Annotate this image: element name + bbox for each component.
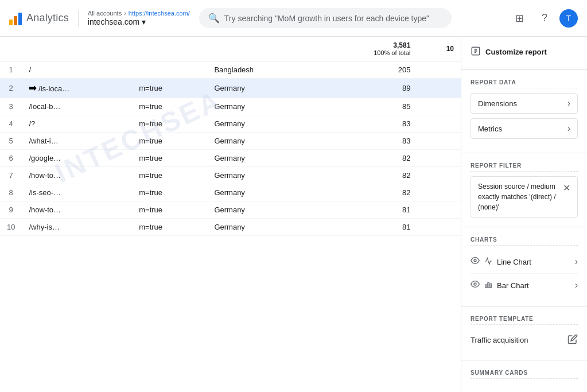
row-page: /local-b… — [22, 98, 132, 115]
row-param: m=true — [132, 115, 207, 133]
row-value: 89 — [315, 79, 417, 98]
breadcrumb-domain: intechsea.com — [88, 17, 139, 26]
line-chart-label: Line Chart — [497, 258, 531, 266]
filter-close-button[interactable]: ✕ — [563, 181, 570, 195]
total-value: 3,581 — [322, 41, 410, 49]
grid-menu-button[interactable]: ⊞ — [509, 8, 530, 29]
row-value: 82 — [315, 184, 417, 201]
row-value: 81 — [315, 219, 417, 236]
row-extra — [417, 150, 461, 167]
row-page: /how-to… — [22, 167, 132, 184]
report-template-section: REPORT TEMPLATE Traffic acquisition — [461, 306, 587, 360]
search-icon: 🔍 — [208, 13, 220, 24]
dimensions-row[interactable]: Dimensions › — [471, 93, 578, 114]
row-country: Bangladesh — [207, 61, 314, 79]
row-country: Germany — [207, 219, 314, 236]
breadcrumb: All accounts › https://intechsea.com/ in… — [88, 10, 190, 26]
col-param-header — [132, 37, 207, 61]
search-bar[interactable]: 🔍 Try searching "MoM growth in users for… — [199, 8, 452, 28]
charts-section: CHARTS Line Chart › — [461, 227, 587, 306]
customize-report-icon — [471, 46, 481, 58]
line-chart-eye-icon[interactable] — [471, 256, 480, 267]
line-chart-left: Line Chart — [471, 256, 531, 267]
dimensions-label: Dimensions — [478, 99, 517, 108]
row-num: 9 — [0, 201, 22, 219]
table-row[interactable]: 4 /? m=true Germany 83 — [0, 115, 461, 133]
row-country: Germany — [207, 115, 314, 133]
bar-chart-row[interactable]: Bar Chart › — [471, 274, 578, 297]
row-value: 83 — [315, 115, 417, 133]
row-extra — [417, 133, 461, 150]
breadcrumb-all-accounts[interactable]: All accounts — [88, 10, 122, 17]
panel-title-section: Customize report — [461, 37, 587, 70]
row-extra — [417, 184, 461, 201]
panel-title-text: Customize report — [485, 48, 547, 56]
avatar[interactable]: T — [559, 9, 578, 28]
line-chart-icon — [484, 257, 492, 267]
row-page: /what-i… — [22, 133, 132, 150]
row-extra — [417, 219, 461, 236]
line-chart-row[interactable]: Line Chart › — [471, 250, 578, 274]
dimensions-chevron: › — [567, 98, 570, 108]
table-row[interactable]: 8 /is-seo-… m=true Germany 82 — [0, 184, 461, 201]
row-country: Germany — [207, 133, 314, 150]
row-param — [132, 61, 207, 79]
main-content: INTECHSEA 3,581 100% of total — [0, 37, 461, 392]
col-extra-value: 10 — [446, 45, 454, 53]
breadcrumb-separator: › — [124, 10, 126, 17]
help-button[interactable]: ? — [534, 8, 555, 29]
table-row[interactable]: 1 / Bangladesh 205 — [0, 61, 461, 79]
row-num: 10 — [0, 219, 22, 236]
main-layout: INTECHSEA 3,581 100% of total — [0, 37, 587, 392]
svg-rect-3 — [485, 285, 487, 288]
table-row[interactable]: 2 ➡ /is-loca… m=true Germany 89 — [0, 79, 461, 98]
row-num: 7 — [0, 167, 22, 184]
table-row[interactable]: 10 /why-is… m=true Germany 81 — [0, 219, 461, 236]
row-num: 2 — [0, 79, 22, 98]
row-extra — [417, 167, 461, 184]
table-row[interactable]: 5 /what-i… m=true Germany 83 — [0, 133, 461, 150]
metrics-row[interactable]: Metrics › — [471, 118, 578, 139]
logo-area: Analytics — [9, 11, 69, 25]
row-country: Germany — [207, 98, 314, 115]
template-row: Traffic acquisition — [471, 329, 578, 351]
row-param: m=true — [132, 98, 207, 115]
table-row[interactable]: 7 /how-to… m=true Germany 82 — [0, 167, 461, 184]
row-value: 85 — [315, 98, 417, 115]
row-page: /how-to… — [22, 201, 132, 219]
breadcrumb-link[interactable]: https://intechsea.com/ — [129, 10, 190, 17]
analytics-logo-icon — [9, 11, 22, 25]
app-name: Analytics — [26, 12, 69, 24]
table-row[interactable]: 3 /local-b… m=true Germany 85 — [0, 98, 461, 115]
template-icon[interactable] — [567, 334, 578, 346]
row-value: 82 — [315, 167, 417, 184]
bar-chart-eye-icon[interactable] — [471, 280, 480, 291]
right-panel: Customize report REPORT DATA Dimensions … — [461, 37, 587, 392]
row-country: Germany — [207, 167, 314, 184]
col-page-header — [22, 37, 132, 61]
col-num-header — [0, 37, 22, 61]
row-num: 4 — [0, 115, 22, 133]
row-num: 6 — [0, 150, 22, 167]
table-row[interactable]: 9 /how-to… m=true Germany 81 — [0, 201, 461, 219]
svg-point-2 — [474, 283, 476, 285]
col-extra-header: 10 — [417, 37, 461, 61]
bar-chart-left: Bar Chart — [471, 280, 529, 291]
summary-cards-label: SUMMARY CARDS — [471, 370, 578, 379]
svg-rect-5 — [490, 284, 491, 288]
row-page: /? — [22, 115, 132, 133]
row-num: 3 — [0, 98, 22, 115]
col-country-header — [207, 37, 314, 61]
row-page: /google… — [22, 150, 132, 167]
table-row[interactable]: 6 /google… m=true Germany 82 — [0, 150, 461, 167]
breadcrumb-bottom[interactable]: intechsea.com ▾ — [88, 17, 190, 26]
row-extra — [417, 61, 461, 79]
data-table: 3,581 100% of total 10 1 / — [0, 37, 461, 236]
filter-text: Session source / medium exactly matches … — [478, 181, 561, 212]
topbar-actions: ⊞ ? T — [509, 8, 578, 29]
report-template-label: REPORT TEMPLATE — [471, 316, 578, 325]
row-num: 5 — [0, 133, 22, 150]
breadcrumb-top: All accounts › https://intechsea.com/ — [88, 10, 190, 17]
row-num: 8 — [0, 184, 22, 201]
row-value: 83 — [315, 133, 417, 150]
